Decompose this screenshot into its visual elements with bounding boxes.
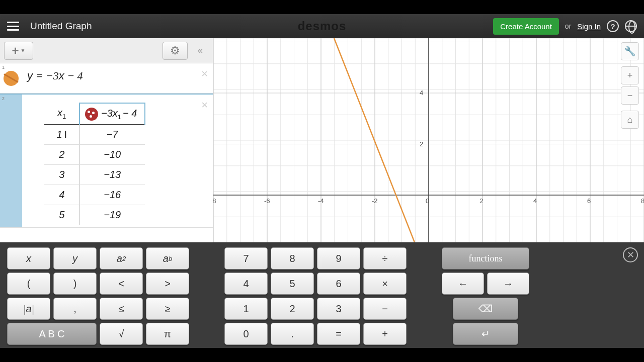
svg-text:4: 4 — [420, 89, 423, 97]
key-.[interactable]: . — [271, 323, 314, 345]
key-+[interactable]: + — [363, 323, 407, 345]
svg-text:6: 6 — [587, 197, 591, 205]
key-2[interactable]: 2 — [271, 298, 314, 320]
svg-text:2: 2 — [420, 140, 423, 148]
key-1[interactable]: 1 — [224, 298, 268, 320]
key-≥[interactable]: ≥ — [146, 298, 189, 320]
key-√[interactable]: √ — [100, 323, 143, 345]
settings-button[interactable]: ⚙ — [163, 42, 188, 60]
help-icon[interactable]: ? — [607, 20, 619, 32]
table-cell-x[interactable]: 5 — [44, 205, 79, 225]
key-6[interactable]: 6 — [317, 273, 360, 295]
key-8[interactable]: 8 — [271, 247, 314, 269]
svg-text:-2: -2 — [372, 197, 378, 205]
key-aᵇ[interactable]: ab — [146, 247, 189, 269]
key-4[interactable]: 4 — [224, 273, 268, 295]
key-9[interactable]: 9 — [317, 247, 360, 269]
graph-title[interactable]: Untitled Graph — [30, 21, 92, 32]
svg-text:8: 8 — [641, 197, 644, 205]
table-header-x[interactable]: x1 — [44, 103, 79, 125]
abc-key[interactable]: A B C — [7, 323, 97, 345]
expression-sidebar: +▼ ⚙ « 1 y = −3x − 4 × 2 — [0, 38, 213, 242]
svg-text:4: 4 — [533, 197, 537, 205]
svg-text:-8: -8 — [213, 197, 216, 205]
key-−[interactable]: − — [363, 298, 407, 320]
key-5[interactable]: 5 — [271, 273, 314, 295]
zoom-in-button[interactable]: + — [621, 66, 639, 84]
key-÷[interactable]: ÷ — [363, 247, 407, 269]
enter-key[interactable]: ↵ — [453, 323, 518, 345]
table-cell-y[interactable]: −16 — [79, 185, 145, 205]
key-,[interactable]: , — [53, 298, 97, 320]
close-keyboard-button[interactable]: ✕ — [623, 247, 638, 262]
svg-text:2: 2 — [479, 197, 483, 205]
key-([interactable]: ( — [7, 273, 50, 295]
graph-canvas[interactable]: -8-6-4-202468 42 🔧 + − ⌂ — [213, 38, 644, 242]
key-<[interactable]: < — [100, 273, 143, 295]
table-cell-x[interactable]: 3 — [44, 165, 79, 185]
menu-icon[interactable] — [7, 22, 19, 31]
key-3[interactable]: 3 — [317, 298, 360, 320]
svg-text:-6: -6 — [264, 197, 270, 205]
key-0[interactable]: 0 — [224, 323, 268, 345]
table-cell-y[interactable]: −13 — [79, 165, 145, 185]
table-cell-x[interactable]: 1I — [44, 125, 79, 145]
on-screen-keyboard: xya2ab()<>|a|,≤≥A B C√π 789÷456×123−0.=+… — [0, 242, 644, 348]
svg-text:0: 0 — [426, 197, 429, 205]
expression-row[interactable]: 1 y = −3x − 4 × — [0, 63, 213, 94]
key-|a|[interactable]: |a| — [7, 298, 50, 320]
key-x[interactable]: x — [7, 247, 50, 269]
app-header: Untitled Graph desmos Create Account or … — [0, 14, 644, 38]
key->[interactable]: > — [146, 273, 189, 295]
key-7[interactable]: 7 — [224, 247, 268, 269]
color-swatch-icon[interactable] — [4, 71, 19, 86]
key-=[interactable]: = — [317, 323, 360, 345]
table-row-expression[interactable]: 2 × x1 −3x1− 4 — [0, 94, 213, 228]
points-swatch-icon[interactable] — [85, 108, 98, 121]
sign-in-link[interactable]: Sign In — [577, 22, 601, 31]
key-×[interactable]: × — [363, 273, 407, 295]
or-text: or — [565, 22, 571, 30]
wrench-icon[interactable]: 🔧 — [621, 42, 639, 60]
zoom-out-button[interactable]: − — [621, 86, 639, 105]
language-icon[interactable] — [625, 20, 637, 32]
table-cell-x[interactable]: 4 — [44, 185, 79, 205]
key-a²[interactable]: a2 — [100, 247, 143, 269]
home-button[interactable]: ⌂ — [621, 111, 639, 129]
table-cell-x[interactable]: 2 — [44, 145, 79, 165]
desmos-logo: desmos — [298, 19, 347, 33]
key-π[interactable]: π — [146, 323, 189, 345]
expression-input[interactable]: y = −3x − 4 × — [22, 63, 213, 93]
delete-expression-button[interactable]: × — [201, 67, 208, 80]
key-≤[interactable]: ≤ — [100, 298, 143, 320]
table-header-y[interactable]: −3x1− 4 — [79, 103, 145, 125]
key-)[interactable]: ) — [53, 273, 97, 295]
backspace-key[interactable]: ⌫ — [453, 298, 518, 320]
table-cell-y[interactable]: −7 — [79, 125, 145, 145]
arrow-right-key[interactable]: → — [487, 273, 529, 295]
collapse-sidebar-button[interactable]: « — [192, 45, 209, 56]
table-cell-y[interactable]: −19 — [79, 205, 145, 225]
key-y[interactable]: y — [53, 247, 97, 269]
delete-table-button[interactable]: × — [201, 99, 208, 112]
create-account-button[interactable]: Create Account — [493, 18, 559, 35]
data-table: x1 −3x1− 4 1I−72−103−134−165−19 — [44, 103, 145, 225]
functions-key[interactable]: functions — [442, 247, 529, 269]
table-cell-y[interactable]: −10 — [79, 145, 145, 165]
arrow-left-key[interactable]: ← — [442, 273, 484, 295]
sidebar-toolbar: +▼ ⚙ « — [0, 38, 213, 63]
add-expression-button[interactable]: +▼ — [4, 42, 33, 60]
svg-text:-4: -4 — [318, 197, 324, 205]
